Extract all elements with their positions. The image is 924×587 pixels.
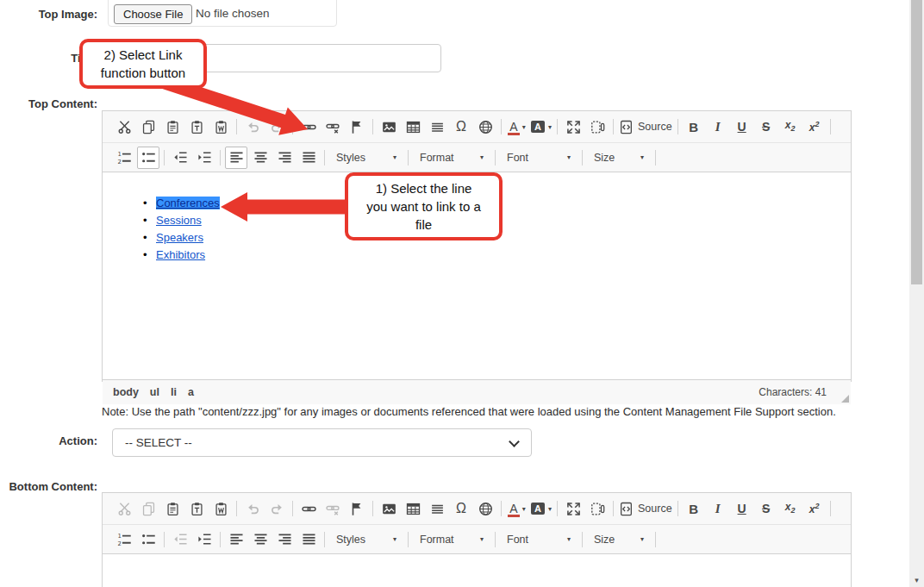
- align-left-button[interactable]: [225, 147, 247, 169]
- vertical-scrollbar[interactable]: ▾: [909, 0, 924, 587]
- list-item: Sessions: [156, 212, 851, 229]
- callout-line: 2) Select Link: [86, 46, 200, 64]
- underline-button[interactable]: U: [731, 497, 753, 520]
- element-path-body[interactable]: body: [113, 386, 139, 398]
- paste-word-button[interactable]: [209, 497, 232, 520]
- callout-line: you want to link to a: [352, 197, 496, 215]
- indent-button[interactable]: [193, 147, 215, 169]
- choose-file-button[interactable]: Choose File: [114, 4, 192, 24]
- paste-button[interactable]: [161, 497, 184, 520]
- maximize-button[interactable]: [562, 497, 584, 520]
- image-button[interactable]: [378, 116, 400, 138]
- table-button[interactable]: [402, 116, 424, 138]
- italic-button[interactable]: I: [707, 497, 729, 520]
- subscript-button[interactable]: x2: [779, 116, 802, 138]
- copy-button[interactable]: [137, 116, 159, 138]
- content-link-sessions[interactable]: Sessions: [156, 214, 202, 227]
- bold-button[interactable]: B: [683, 116, 705, 138]
- image-button[interactable]: [378, 497, 400, 520]
- underline-button[interactable]: U: [731, 116, 753, 138]
- indent-button[interactable]: [193, 528, 215, 551]
- source-button[interactable]: Source: [618, 116, 673, 138]
- strike-button[interactable]: S: [755, 497, 777, 520]
- anchor-button[interactable]: [346, 497, 368, 520]
- unlink-button[interactable]: [322, 116, 344, 138]
- toolbar-separator: [408, 150, 409, 165]
- align-center-button[interactable]: [249, 528, 272, 551]
- horizontal-line-button[interactable]: [426, 497, 448, 520]
- callout-line: file: [352, 215, 496, 234]
- callout-line: function button: [86, 64, 200, 82]
- toolbar-separator: [236, 119, 237, 134]
- scrollbar-thumb[interactable]: [911, 0, 922, 284]
- format-button[interactable]: Format▾: [413, 147, 490, 169]
- strike-button[interactable]: S: [755, 116, 777, 138]
- text-color-button[interactable]: A▾: [506, 497, 528, 520]
- element-path-ul[interactable]: ul: [150, 386, 159, 398]
- align-right-button[interactable]: [273, 528, 296, 551]
- unlink-button: [322, 497, 344, 520]
- superscript-button[interactable]: x2: [803, 497, 826, 520]
- scrollbar-down-arrow[interactable]: ▾: [909, 573, 924, 587]
- styles-button[interactable]: Styles▾: [329, 528, 403, 551]
- toolbar-separator: [655, 150, 656, 165]
- subscript-button[interactable]: x2: [779, 497, 802, 520]
- paste-text-button[interactable]: [185, 116, 208, 138]
- action-select[interactable]: -- SELECT --: [112, 428, 532, 457]
- paste-word-button[interactable]: [209, 116, 232, 138]
- bg-color-button[interactable]: A▾: [530, 116, 553, 138]
- cut-button[interactable]: [113, 116, 135, 138]
- align-center-button[interactable]: [249, 147, 272, 169]
- toolbar-separator: [292, 501, 293, 516]
- element-path-li[interactable]: li: [171, 386, 177, 398]
- show-blocks-button[interactable]: [586, 116, 609, 138]
- paste-button[interactable]: [161, 116, 184, 138]
- align-justify-button[interactable]: [297, 528, 320, 551]
- maximize-button[interactable]: [562, 116, 584, 138]
- toolbar-separator: [655, 532, 656, 547]
- content-link-speakers[interactable]: Speakers: [156, 231, 203, 244]
- superscript-button[interactable]: x2: [803, 116, 826, 138]
- iframe-button[interactable]: [474, 497, 496, 520]
- content-link-exhibitors[interactable]: Exhibitors: [156, 248, 205, 261]
- bullet-list-button[interactable]: [137, 147, 159, 169]
- special-char-button[interactable]: Ω: [450, 116, 472, 138]
- bullet-list-button[interactable]: [137, 528, 159, 551]
- character-count: Characters: 41: [759, 386, 840, 398]
- show-blocks-button[interactable]: [586, 497, 609, 520]
- align-left-button[interactable]: [225, 528, 247, 551]
- text-color-button[interactable]: A▾: [506, 116, 528, 138]
- italic-button[interactable]: I: [707, 116, 729, 138]
- toolbar-separator: [164, 150, 165, 165]
- bg-color-button[interactable]: A▾: [530, 497, 553, 520]
- toolbar-separator: [613, 119, 614, 134]
- outdent-button[interactable]: [169, 147, 191, 169]
- size-button[interactable]: Size▾: [587, 147, 651, 169]
- content-link-conferences[interactable]: Conferences: [156, 197, 220, 209]
- resize-grip[interactable]: [841, 395, 849, 403]
- anchor-button[interactable]: [346, 116, 368, 138]
- toolbar-separator: [372, 119, 373, 134]
- num-list-button[interactable]: 12: [113, 147, 135, 169]
- link-button[interactable]: [297, 116, 320, 138]
- align-justify-button[interactable]: [297, 147, 320, 169]
- font-button[interactable]: Font▾: [500, 528, 578, 551]
- horizontal-line-button[interactable]: [426, 116, 448, 138]
- format-button[interactable]: Format▾: [413, 528, 490, 551]
- align-right-button[interactable]: [273, 147, 296, 169]
- source-button[interactable]: Source: [618, 497, 673, 520]
- element-path-a[interactable]: a: [188, 386, 194, 398]
- table-button[interactable]: [402, 497, 424, 520]
- iframe-button[interactable]: [474, 116, 496, 138]
- content-management-form: Top Image: Choose File No file chosen Ti…: [0, 0, 924, 587]
- paste-text-button[interactable]: [185, 497, 208, 520]
- num-list-button[interactable]: 12: [113, 528, 135, 551]
- toolbar-separator: [557, 119, 558, 134]
- font-button[interactable]: Font▾: [500, 147, 578, 169]
- link-button[interactable]: [297, 497, 320, 520]
- styles-button[interactable]: Styles▾: [329, 147, 403, 169]
- bold-button[interactable]: B: [683, 497, 705, 520]
- bottom-editor-content[interactable]: [103, 554, 851, 587]
- size-button[interactable]: Size▾: [587, 528, 651, 551]
- special-char-button[interactable]: Ω: [450, 497, 472, 520]
